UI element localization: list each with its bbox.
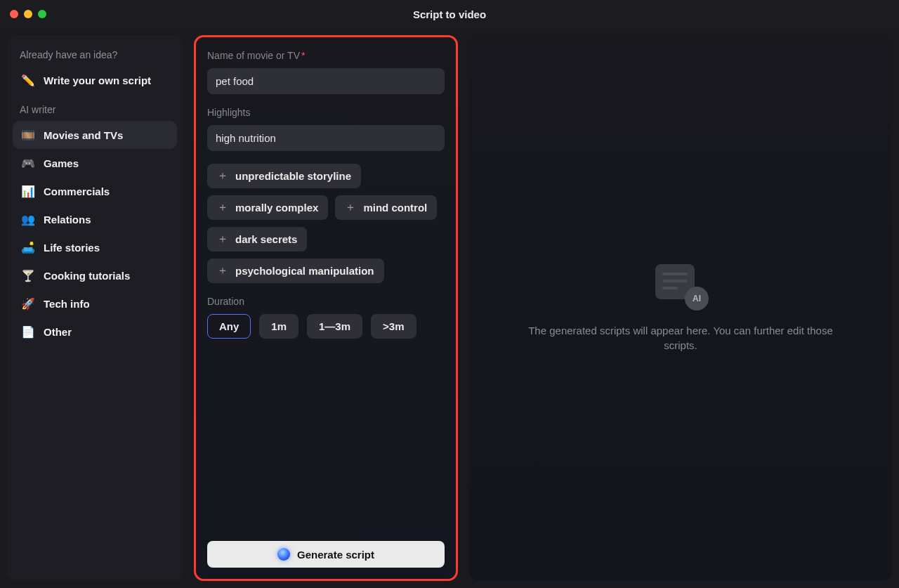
chip-dark-secrets[interactable]: ＋ dark secrets: [207, 227, 307, 251]
sidebar-item-label: Movies and TVs: [44, 129, 123, 141]
chip-psychological-manipulation[interactable]: ＋ psychological manipulation: [207, 259, 384, 283]
sidebar-item-tech-info[interactable]: 🚀 Tech info: [13, 289, 177, 318]
titlebar: Script to video: [0, 0, 899, 28]
duration-options-row: Any 1m 1—3m >3m: [207, 314, 445, 339]
highlights-field-label: Highlights: [207, 107, 445, 118]
sidebar-item-label: Life stories: [44, 242, 100, 254]
gamepad-icon: 🎮: [21, 156, 35, 170]
clapper-icon: 🎞️: [21, 128, 35, 142]
plus-icon: ＋: [217, 202, 228, 214]
people-icon: 👥: [21, 212, 35, 226]
name-input[interactable]: [207, 68, 445, 94]
chip-label: psychological manipulation: [235, 265, 374, 277]
suggestion-chips: ＋ unpredictable storyline ＋ morally comp…: [207, 164, 445, 283]
sidebar-item-label: Games: [44, 157, 79, 169]
pencil-icon: ✏️: [21, 73, 35, 87]
minimize-window-button[interactable]: [24, 10, 32, 18]
preview-panel: AI The generated scripts will appear her…: [469, 35, 892, 581]
write-own-label: Write your own script: [44, 74, 151, 86]
app-body: Already have an idea? ✏️ Write your own …: [0, 28, 899, 588]
duration-gt3m-button[interactable]: >3m: [371, 314, 416, 339]
duration-1m-button[interactable]: 1m: [259, 314, 298, 339]
window-controls: [0, 10, 46, 18]
preview-placeholder-text: The generated scripts will appear here. …: [526, 323, 835, 353]
ai-orb-icon: [277, 548, 290, 561]
sidebar-item-other[interactable]: 📄 Other: [13, 318, 177, 346]
name-field-label-text: Name of movie or TV: [207, 50, 300, 61]
chip-unpredictable-storyline[interactable]: ＋ unpredictable storyline: [207, 164, 361, 188]
plus-icon: ＋: [345, 202, 356, 214]
name-field-label: Name of movie or TV*: [207, 50, 445, 61]
chip-mind-control[interactable]: ＋ mind control: [335, 195, 437, 220]
sidebar: Already have an idea? ✏️ Write your own …: [7, 35, 183, 581]
sidebar-item-label: Cooking tutorials: [44, 270, 130, 282]
sidebar-item-label: Tech info: [44, 298, 90, 310]
preview-placeholder: AI The generated scripts will appear her…: [526, 264, 835, 353]
generate-script-button[interactable]: Generate script: [207, 541, 445, 568]
cocktail-icon: 🍸: [21, 268, 35, 282]
close-window-button[interactable]: [10, 10, 18, 18]
plus-icon: ＋: [217, 171, 228, 182]
document-icon: 📄: [21, 325, 35, 339]
chart-icon: 📊: [21, 184, 35, 198]
chip-label: morally complex: [235, 202, 318, 214]
chip-label: dark secrets: [235, 233, 297, 245]
sidebar-item-label: Commercials: [44, 185, 110, 197]
chip-label: unpredictable storyline: [235, 170, 351, 182]
sidebar-item-label: Relations: [44, 214, 91, 226]
couch-icon: 🛋️: [21, 240, 35, 254]
ai-badge-icon: AI: [685, 287, 709, 311]
required-asterisk: *: [301, 50, 305, 61]
duration-any-button[interactable]: Any: [207, 314, 251, 339]
sidebar-item-relations[interactable]: 👥 Relations: [13, 205, 177, 233]
plus-icon: ＋: [217, 266, 228, 277]
sidebar-item-label: Other: [44, 326, 72, 338]
sidebar-item-commercials[interactable]: 📊 Commercials: [13, 177, 177, 205]
duration-1-3m-button[interactable]: 1—3m: [307, 314, 362, 339]
write-own-script-button[interactable]: ✏️ Write your own script: [13, 66, 177, 94]
ai-writer-section-label: AI writer: [13, 100, 177, 121]
window-title: Script to video: [413, 8, 486, 20]
maximize-window-button[interactable]: [38, 10, 46, 18]
duration-field-label: Duration: [207, 296, 445, 307]
idea-section-label: Already have an idea?: [13, 45, 177, 66]
rocket-icon: 🚀: [21, 296, 35, 311]
preview-placeholder-icon: AI: [655, 264, 706, 306]
generate-button-label: Generate script: [297, 549, 374, 561]
chip-morally-complex[interactable]: ＋ morally complex: [207, 195, 328, 220]
plus-icon: ＋: [217, 234, 228, 245]
sidebar-item-movies-tvs[interactable]: 🎞️ Movies and TVs: [13, 121, 177, 149]
sidebar-item-cooking-tutorials[interactable]: 🍸 Cooking tutorials: [13, 261, 177, 289]
sidebar-item-life-stories[interactable]: 🛋️ Life stories: [13, 233, 177, 261]
chip-label: mind control: [363, 202, 427, 214]
sidebar-item-games[interactable]: 🎮 Games: [13, 149, 177, 177]
form-panel: Name of movie or TV* Highlights ＋ unpred…: [194, 35, 458, 581]
highlights-input[interactable]: [207, 125, 445, 151]
